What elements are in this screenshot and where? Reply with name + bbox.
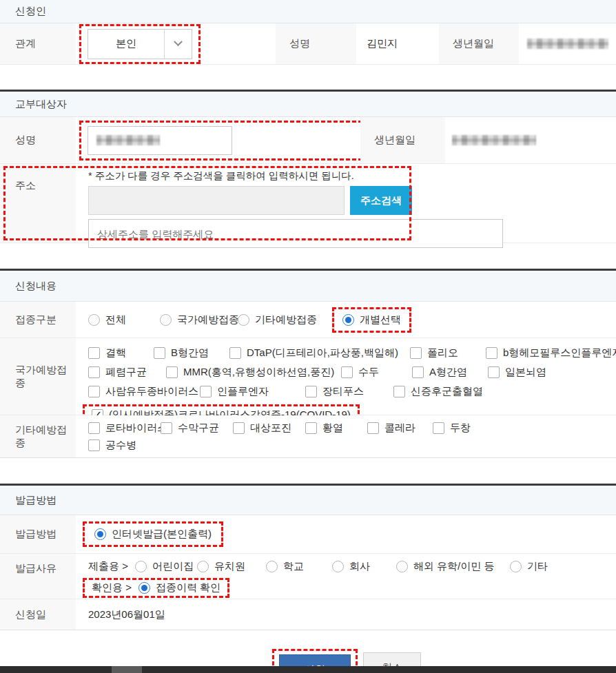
vaccine-checkbox[interactable]: 로타바이러스 [88, 422, 161, 435]
relation-cell: 본인 [76, 23, 276, 64]
address-search-button[interactable]: 주소검색 [350, 186, 412, 215]
vaccine-checkbox[interactable]: 폐렴구균 [88, 366, 166, 379]
confirm-use-highlight-box: 확인용 > 접종이력 확인 [83, 578, 229, 598]
section-gap [0, 65, 616, 90]
radio-checked-icon [138, 582, 150, 594]
checkbox-icon [305, 422, 317, 434]
vaccine-checkbox[interactable]: 사람유두종바이러스 [88, 385, 200, 398]
checkbox-label: B형간염 [171, 346, 209, 360]
checkbox-icon [161, 422, 172, 434]
relation-selected-value: 본인 [88, 30, 164, 59]
checkbox-icon [233, 422, 245, 434]
submit-use-prefix: 제출용 > [88, 560, 128, 573]
category-radio-all[interactable]: 전체 [88, 313, 160, 327]
radio-checked-icon [342, 314, 354, 326]
checkbox-icon [88, 439, 100, 451]
vaccine-checkbox[interactable]: A형간염 [412, 366, 488, 379]
checkbox-label: 인플루엔자 [217, 385, 269, 398]
vaccine-checkbox[interactable]: 황열 [305, 422, 367, 435]
address-input[interactable] [88, 186, 345, 215]
vaccine-checkbox[interactable]: 수막구균 [161, 422, 233, 435]
vaccine-checkbox[interactable]: 일본뇌염 [488, 366, 546, 379]
issuance-reason-row: 발급사유 제출용 > 어린이집 유치원 학교 회사 해외 유학/이민 등 기타 … [0, 554, 616, 599]
checkbox-icon [486, 347, 497, 359]
checkbox-label: 결핵 [105, 346, 126, 360]
checkbox-label: 신증후군출혈열 [411, 385, 483, 398]
application-date-row: 신청일 2023년06월01일 [0, 599, 616, 630]
radio-icon [510, 561, 522, 572]
applicant-section: 신청인 관계 본인 성명 김민지 생년월일 [0, 0, 616, 65]
vaccine-checkbox[interactable]: 공수병 [88, 439, 136, 452]
vaccine-checkbox[interactable]: MMR(홍역,유행성이하선염,풍진) [166, 366, 341, 379]
reason-radio-school[interactable]: 학교 [266, 560, 332, 573]
category-label: 접종구분 [0, 302, 76, 338]
section-gap [0, 458, 616, 484]
radio-label: 학교 [283, 560, 304, 573]
address-cell: * 주소가 다를 경우 주소검색을 클릭하여 입력하시면 됩니다. 주소검색 [76, 164, 616, 242]
vaccine-checkbox[interactable]: 신증후군출혈열 [393, 385, 483, 398]
history-confirm-radio[interactable]: 접종이력 확인 [138, 581, 220, 594]
radio-label: 인터넷발급(본인출력) [112, 528, 212, 541]
application-section-title: 신청내용 [0, 271, 616, 302]
checkbox-icon [88, 347, 100, 359]
vaccine-checkbox[interactable]: 장티푸스 [305, 385, 393, 398]
other-vaccines-label: 기타예방접종 [0, 415, 76, 457]
scrollbar-thumb[interactable] [112, 666, 142, 673]
reason-radio-etc[interactable]: 기타 [510, 560, 548, 573]
category-radio-other[interactable]: 기타예방접종 [238, 313, 324, 327]
checkbox-icon [410, 347, 422, 359]
checkbox-icon [200, 386, 212, 397]
detail-address-input[interactable] [88, 219, 503, 248]
chevron-down-icon [164, 30, 192, 59]
checkbox-icon [88, 422, 100, 434]
vaccine-checkbox[interactable]: 대상포진 [233, 422, 305, 435]
applicant-row: 관계 본인 성명 김민지 생년월일 [0, 23, 616, 65]
recipient-address-row: 주소 * 주소가 다를 경우 주소검색을 클릭하여 입력하시면 됩니다. 주소검… [0, 164, 616, 243]
checkbox-label: 폴리오 [427, 346, 458, 360]
internet-issue-radio[interactable]: 인터넷발급(본인출력) [94, 528, 212, 541]
vaccine-checkbox[interactable]: DTaP(디프테리아,파상풍,백일해) [229, 346, 410, 360]
category-radio-national[interactable]: 국가예방접종 [160, 313, 238, 327]
vaccine-checkbox[interactable]: 결핵 [88, 346, 154, 360]
radio-icon [396, 561, 408, 572]
reason-radio-company[interactable]: 회사 [332, 560, 396, 573]
radio-icon [266, 561, 278, 572]
recipient-name-input[interactable] [88, 126, 232, 155]
relation-select[interactable]: 본인 [88, 29, 192, 59]
vaccine-checkbox[interactable]: 수두 [341, 366, 412, 379]
application-date-value: 2023년06월01일 [76, 599, 616, 630]
reason-radio-daycare[interactable]: 어린이집 [135, 560, 197, 573]
radio-label: 회사 [349, 560, 370, 573]
vaccine-checkbox[interactable]: b형헤모필루스인플루엔자 [486, 346, 616, 360]
reason-radio-overseas[interactable]: 해외 유학/이민 등 [396, 560, 510, 573]
checkbox-label: 일본뇌염 [505, 366, 546, 379]
recipient-name-highlight-box [79, 121, 400, 161]
reason-radio-kindergarten[interactable]: 유치원 [197, 560, 266, 573]
checkbox-label: 수막구균 [178, 422, 219, 435]
vaccine-checkbox[interactable]: 폴리오 [410, 346, 486, 360]
confirm-use-prefix: 확인용 > [92, 581, 132, 594]
recipient-name-redacted [96, 135, 160, 145]
vaccine-checkbox[interactable]: 인플루엔자 [200, 385, 305, 398]
applicant-name-label: 성명 [276, 23, 356, 64]
checkbox-label: 장티푸스 [322, 385, 364, 398]
checkbox-label: 콜레라 [384, 422, 415, 435]
checkbox-icon [393, 386, 405, 397]
radio-label: 전체 [105, 313, 126, 327]
other-vaccines-row: 기타예방접종 로타바이러스 수막구균 대상포진 황열 콜레라 두창 공수병 [0, 415, 616, 458]
vaccine-checkbox[interactable]: B형간염 [154, 346, 229, 360]
recipient-birth-label: 생년월일 [360, 117, 445, 163]
issuance-method-row: 발급방법 인터넷발급(본인출력) [0, 515, 616, 554]
checkbox-icon [367, 422, 379, 434]
category-radio-individual[interactable]: 개별선택 [342, 313, 401, 327]
checkbox-label: 폐렴구균 [105, 366, 147, 379]
issuance-section-title: 발급방법 [0, 486, 616, 515]
checkbox-icon [305, 386, 317, 397]
vaccine-checkbox[interactable]: 콜레라 [367, 422, 433, 435]
radio-checked-icon [94, 528, 106, 540]
vaccine-checkbox[interactable]: 두창 [433, 422, 471, 435]
applicant-section-title: 신청인 [0, 0, 616, 23]
horizontal-scrollbar[interactable] [0, 666, 616, 673]
issuance-method-label: 발급방법 [0, 515, 76, 553]
checkbox-icon [229, 347, 241, 359]
